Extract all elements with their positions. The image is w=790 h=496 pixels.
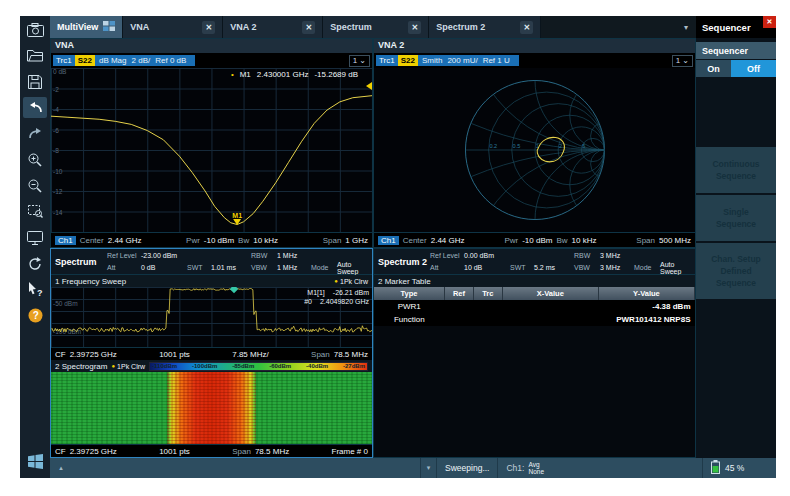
spectrum-window[interactable]: Spectrum Ref Level -23.00 dBm RBW 1 MHz … (50, 248, 373, 458)
col-trc[interactable]: Trc (473, 287, 502, 300)
ref-level-value[interactable]: 0.00 dBm (464, 252, 510, 259)
sequencer-off-button[interactable]: Off (731, 60, 776, 77)
close-icon[interactable]: ✕ (202, 21, 215, 34)
col-ref[interactable]: Ref (445, 287, 474, 300)
channel-chip[interactable]: Ch1 (55, 236, 76, 245)
close-icon[interactable]: ✕ (408, 21, 421, 34)
trace-legend: ●1Pk Clrw (334, 278, 368, 285)
avg-label: Avg (528, 461, 544, 468)
vna2-window[interactable]: VNA 2 Trc1 S22 Smith200 mU/Ref 1 U 1⌄ 0.… (373, 38, 696, 248)
trace-selector-dropdown[interactable]: 1⌄ (672, 55, 693, 67)
redo-icon[interactable] (23, 123, 47, 144)
display-icon[interactable] (23, 227, 47, 248)
center-value[interactable]: 2.44 GHz (108, 236, 142, 245)
rbw-value[interactable]: 3 MHz (600, 252, 634, 259)
col-y-value[interactable]: Y-Value (598, 287, 694, 300)
cf-value[interactable]: 2.39725 GHz (70, 350, 117, 359)
spectrogram-footer: CF 2.39725 GHz 1001 pts Span 78.5 MHz Fr… (51, 444, 372, 457)
marker-x-value: 2.4049820 GHz (320, 297, 369, 306)
cf-label: CF (55, 447, 66, 456)
spectrum2-settings: Ref Level 0.00 dBm RBW 3 MHz Att 10 dB S… (430, 250, 695, 274)
refresh-icon[interactable] (23, 253, 47, 274)
svg-text:?: ? (32, 310, 38, 321)
windows-start-icon[interactable] (23, 450, 47, 472)
span-value[interactable]: 500 MHz (659, 236, 691, 245)
scale-label: -100dBm (192, 363, 217, 369)
close-icon[interactable]: ✕ (520, 21, 533, 34)
table-row[interactable]: PWR1 -4.38 dBm (374, 300, 695, 313)
trace-selector-dropdown[interactable]: 1⌄ (349, 55, 370, 67)
close-icon[interactable]: ✕ (302, 21, 315, 34)
col-x-value[interactable]: X-Value (502, 287, 598, 300)
mode-value[interactable]: Auto Sweep (660, 261, 695, 275)
table-row[interactable]: Function PWR101412 NRP8S (374, 313, 695, 326)
spectrum2-title: Spectrum 2 (374, 257, 430, 267)
open-icon[interactable] (23, 45, 47, 66)
frame-value[interactable]: Frame # 0 (332, 447, 368, 456)
spectrum-title: Spectrum (51, 257, 107, 267)
legend-text: 1Pk Clrw (117, 363, 145, 370)
tab-multiview[interactable]: MultiView (50, 16, 123, 38)
trace-format-chip[interactable]: Smith200 mU/Ref 1 U (418, 55, 519, 66)
bw-value[interactable]: 10 kHz (572, 236, 597, 245)
vbw-value[interactable]: 1 MHz (277, 264, 311, 271)
center-label: Center (80, 236, 104, 245)
zoom-selection-icon[interactable] (23, 201, 47, 222)
frequency-sweep-chart[interactable]: -50 dBm -100 dBm M1[1]-26.21 dBm #02.404… (51, 287, 372, 347)
cf-value[interactable]: 2.39725 GHz (70, 447, 117, 456)
span-value[interactable]: 78.5 MHz (255, 447, 289, 456)
tab-spectrum-2[interactable]: Spectrum 2 ✕ (429, 16, 541, 38)
vna-window[interactable]: VNA Trc1 S22 dB Mag2 dB/Ref 0 dB 1⌄ 0 dB… (50, 38, 373, 248)
span-value[interactable]: 78.5 MHz (334, 350, 368, 359)
swt-value[interactable]: 5.2 ms (534, 264, 574, 271)
help-icon[interactable]: ? (23, 305, 47, 326)
single-sequence-button[interactable]: Single Sequence (696, 195, 776, 241)
zoom-out-icon[interactable] (23, 175, 47, 196)
undo-icon[interactable] (23, 97, 47, 118)
channel-chip[interactable]: Ch1 (378, 236, 399, 245)
save-icon[interactable] (23, 71, 47, 92)
sparam-chip[interactable]: S22 (75, 55, 95, 66)
cell-trc (473, 300, 502, 313)
status-dropdown-icon[interactable]: ▾ (420, 458, 436, 478)
zoom-in-icon[interactable] (23, 149, 47, 170)
trace-name-chip[interactable]: Trc1 (53, 55, 75, 66)
bw-value[interactable]: 10 kHz (253, 236, 278, 245)
vna2-smith-chart[interactable]: 0.20.5125 (374, 68, 695, 232)
center-value[interactable]: 2.44 GHz (431, 236, 465, 245)
tab-overflow-button[interactable]: ▾ (676, 16, 696, 38)
swt-value[interactable]: 1.01 ms (211, 264, 251, 271)
status-collapse-icon[interactable]: ▴ (50, 464, 72, 472)
sparam-chip[interactable]: S22 (398, 55, 418, 66)
continuous-sequence-button[interactable]: Continuous Sequence (696, 147, 776, 193)
marker-table-header-row: Type Ref Trc X-Value Y-Value (374, 287, 695, 300)
vbw-value[interactable]: 3 MHz (600, 264, 634, 271)
legend-text: 1Pk Clrw (340, 278, 368, 285)
tab-spectrum[interactable]: Spectrum ✕ (323, 16, 429, 38)
spectrogram-display[interactable] (51, 372, 372, 444)
tab-vna[interactable]: VNA ✕ (123, 16, 223, 38)
close-icon[interactable]: ✕ (763, 16, 776, 28)
sequencer-on-button[interactable]: On (696, 60, 731, 77)
trace-name-chip[interactable]: Trc1 (376, 55, 398, 66)
span-value[interactable]: 1 GHz (345, 236, 368, 245)
ref-level-value[interactable]: -23.00 dBm (141, 252, 187, 259)
swt-label: SWT (510, 264, 534, 271)
rbw-value[interactable]: 1 MHz (277, 252, 311, 259)
chan-setup-defined-sequence-button[interactable]: Chan. Setup Defined Sequence (696, 243, 776, 299)
pwr-value[interactable]: -10 dBm (522, 236, 552, 245)
marker-m1[interactable]: M1 (232, 212, 242, 225)
vna-chart[interactable]: 0 dB -2 -4 -6 -8 -10 -12 -14 • M1 2.4300… (51, 68, 372, 232)
trace-scale: 200 mU/ (447, 56, 477, 65)
spectrum2-window[interactable]: Spectrum 2 Ref Level 0.00 dBm RBW 3 MHz … (373, 248, 696, 458)
att-value[interactable]: 10 dB (464, 264, 510, 271)
trace-format-chip[interactable]: dB Mag2 dB/Ref 0 dB (95, 55, 195, 66)
pwr-value[interactable]: -10 dBm (204, 236, 234, 245)
col-type[interactable]: Type (374, 287, 445, 300)
mode-value[interactable]: Auto Sweep (337, 261, 372, 275)
att-value[interactable]: 0 dB (141, 264, 187, 271)
svg-text:2: 2 (558, 143, 561, 149)
screenshot-icon[interactable] (23, 19, 47, 40)
help-pointer-icon[interactable]: ? (23, 279, 47, 300)
tab-vna-2[interactable]: VNA 2 ✕ (223, 16, 323, 38)
